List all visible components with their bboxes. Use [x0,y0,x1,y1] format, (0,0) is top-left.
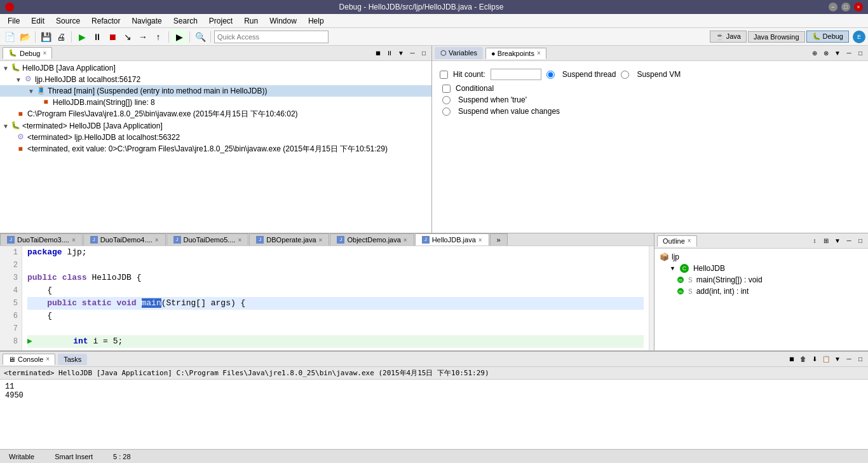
toolbar-run[interactable]: ▶ [172,30,186,44]
toolbar-debug-suspend[interactable]: ⏸ [90,30,104,44]
toolbar-search[interactable]: 🔍 [193,30,207,44]
suspend-when-true-radio[interactable] [442,96,451,104]
outline-tool-3[interactable]: ▼ [832,236,843,246]
editor-tab-duotai3[interactable]: J DuoTaiDemo3.... × [0,233,83,245]
editor-tab-overflow[interactable]: » [490,233,508,245]
breakpoints-tab-close[interactable]: × [537,50,541,57]
tree-item-thread2[interactable]: ⚙ <terminated> ljp.HelloJDB at localhost… [0,132,431,143]
tree-item-thread1[interactable]: ▼ ⚙ ljp.HelloJDB at localhost:56172 [0,74,431,85]
close-button[interactable]: × [854,3,863,11]
toolbar-step-into[interactable]: ↘ [121,30,135,44]
console-tab[interactable]: 🖥 Console × [3,354,55,365]
menu-help[interactable]: Help [303,15,329,27]
tree-item-app1[interactable]: ▼ 🐛 HelloJDB [Java Application] [0,62,431,74]
console-tool-clear[interactable]: 🗑 [798,354,808,364]
editor-tab-dboperate[interactable]: J DBOperate.java × [249,233,329,245]
outline-tab-close[interactable]: × [688,237,691,244]
varbp-tool-2[interactable]: ⊗ [821,48,831,59]
perspective-java[interactable]: ☕ Java [710,31,747,43]
console-tool-4[interactable]: 📋 [821,354,831,364]
varbp-tool-3[interactable]: ▼ [832,48,843,59]
tree-label-frame: HelloJDB.main(String[]) line: 8 [53,98,155,107]
debug-minimize[interactable]: ─ [407,48,417,59]
menu-source[interactable]: Source [51,15,85,27]
console-maximize[interactable]: □ [855,354,865,364]
tree-item-frame1[interactable]: ■ HelloJDB.main(String[]) line: 8 [0,97,431,108]
debug-tab[interactable]: 🐛 Debug × [3,47,52,59]
outline-tool-2[interactable]: ⊞ [821,236,831,246]
tree-item-mainthread[interactable]: ▼ 🧵 Thread [main] (Suspended (entry into… [0,85,431,97]
varbp-tool-1[interactable]: ⊕ [810,48,820,59]
menu-search[interactable]: Search [168,15,203,27]
menu-run[interactable]: Run [239,15,263,27]
outline-item-main[interactable]: m S main(String[]) : void [657,274,865,286]
debug-maximize[interactable]: □ [419,48,429,59]
debug-tab-close[interactable]: × [43,50,46,57]
menu-window[interactable]: Window [264,15,302,27]
minimize-button[interactable]: − [829,3,837,11]
outline-tab[interactable]: Outline × [657,235,697,247]
code-int-i: int i = 5; [34,335,123,348]
hit-count-input[interactable] [491,69,541,80]
console-tab-close[interactable]: × [46,356,50,363]
tree-icon-app1: 🐛 [10,63,20,73]
tasks-tab[interactable]: Tasks [58,354,87,365]
editor-tab-close-3[interactable]: × [238,237,242,244]
menu-project[interactable]: Project [204,15,238,27]
outline-maximize[interactable]: □ [855,236,865,246]
varbp-minimize[interactable]: ─ [844,48,854,59]
toolbar-step-return[interactable]: ↑ [151,30,165,44]
quick-access-input[interactable] [214,31,329,43]
tree-item-app2[interactable]: ▼ 🐛 <terminated> HelloJDB [Java Applicat… [0,120,431,132]
outline-item-ljp[interactable]: 📦 ljp [657,251,865,263]
outline-item-hellojdb[interactable]: ▼ C HelloJDB [657,263,865,274]
editor-tab-close-5[interactable]: × [403,237,407,244]
debug-tool-1[interactable]: ⏹ [373,48,383,59]
menu-refactor[interactable]: Refactor [86,15,125,27]
toolbar-step-over[interactable]: → [136,30,150,44]
editor-tab-close-4[interactable]: × [319,237,323,244]
toolbar-new[interactable]: 📄 [3,30,17,44]
debug-tool-2[interactable]: ⏸ [384,48,395,59]
suspend-vm-label: Suspend VM [637,70,681,79]
editor-tab-hellojdb[interactable]: J HelloJDB.java × [415,233,489,245]
console-minimize[interactable]: ─ [844,354,854,364]
perspective-java-browsing[interactable]: Java Browsing [748,31,805,43]
perspective-debug[interactable]: 🐛 Debug [806,31,849,43]
menu-navigate[interactable]: Navigate [126,15,166,27]
tree-item-jvm2[interactable]: ■ <terminated, exit value: 0>C:\Program … [0,143,431,155]
editor-tab-close-2[interactable]: × [155,237,159,244]
hit-count-checkbox[interactable] [440,71,448,79]
debug-tool-3[interactable]: ▼ [396,48,406,59]
outline-tool-1[interactable]: ↕ [810,236,820,246]
editor-tab-duotai5[interactable]: J DuoTaiDemo5.... × [166,233,249,245]
maximize-button[interactable]: □ [841,3,850,11]
console-tool-5[interactable]: ▼ [832,354,843,364]
suspend-when-true-label: Suspend when 'true' [458,95,527,104]
toolbar-save[interactable]: 💾 [39,30,53,44]
outline-header: Outline × ↕ ⊞ ▼ ─ □ [654,233,868,249]
toolbar-debug-stop[interactable]: ⏹ [105,30,119,44]
editor-tab-close-6[interactable]: × [478,237,482,244]
editor-tab-objectdemo[interactable]: J ObjectDemo.java × [330,233,414,245]
toolbar-open[interactable]: 📂 [18,30,32,44]
varbp-maximize[interactable]: □ [855,48,865,59]
menu-edit[interactable]: Edit [26,15,50,27]
menu-file[interactable]: File [3,15,25,27]
conditional-checkbox[interactable] [442,85,451,93]
tree-arrow-6: ▼ [3,123,10,130]
console-tool-1[interactable]: ⏹ [787,354,797,364]
console-tool-3[interactable]: ⬇ [810,354,820,364]
variables-tab[interactable]: ⬡ Variables [435,47,483,59]
breakpoints-tab[interactable]: ● Breakpoints × [485,48,546,59]
suspend-when-changes-radio[interactable] [442,107,451,116]
suspend-vm-radio[interactable] [621,71,629,79]
toolbar-print[interactable]: 🖨 [54,30,68,44]
tree-item-jvm1[interactable]: ■ C:\Program Files\Java\jre1.8.0_25\bin\… [0,108,431,120]
editor-tab-duotai4[interactable]: J DuoTaiDemo4.... × [83,233,166,245]
toolbar-debug-resume[interactable]: ▶ [75,30,89,44]
editor-tab-close-1[interactable]: × [72,237,76,244]
outline-minimize[interactable]: ─ [844,236,854,246]
suspend-thread-radio[interactable] [546,71,555,79]
outline-item-add[interactable]: m S add(int, int) : int [657,286,865,297]
